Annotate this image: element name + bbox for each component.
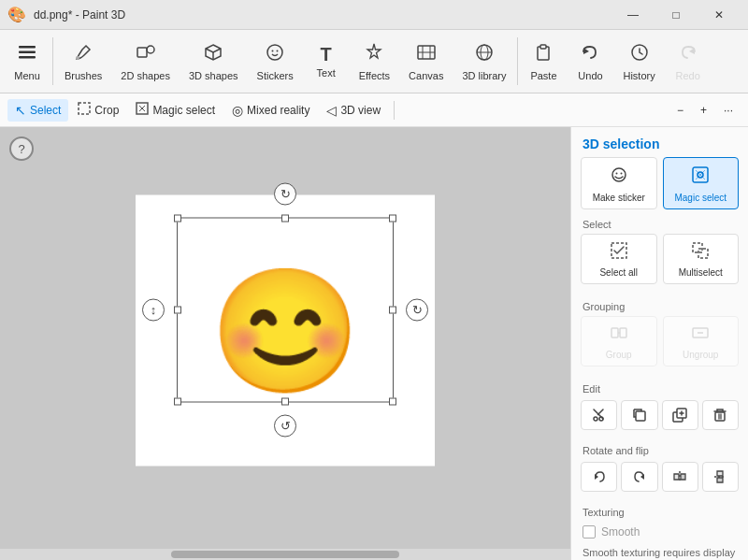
ungroup-label: Ungroup: [683, 350, 718, 360]
cut-btn[interactable]: [581, 400, 617, 430]
smooth-row: Smooth: [571, 522, 748, 542]
toolbar-history[interactable]: History: [613, 30, 664, 93]
section-grouping-label: Grouping: [571, 295, 748, 316]
paste-icon: [533, 42, 554, 66]
select-section-buttons: Select all Multiselect: [571, 234, 748, 284]
toolbar-undo[interactable]: Undo: [567, 30, 613, 93]
action-magic-select[interactable]: Magic select: [128, 98, 223, 122]
copy-btn[interactable]: [621, 400, 657, 430]
canvas-area[interactable]: ? 😊 ↻ ↺ ↕ ↻: [0, 127, 570, 560]
canvas-scrollbar[interactable]: [0, 549, 570, 560]
zoom-minus-icon: −: [677, 104, 683, 117]
rotate-left-btn[interactable]: [581, 462, 617, 492]
handle-top-mid[interactable]: [281, 214, 289, 222]
history-label: History: [623, 70, 654, 81]
app-icon: 🎨: [7, 6, 26, 23]
handle-bottom-right[interactable]: [389, 397, 396, 405]
svg-point-22: [620, 173, 622, 175]
toolbar-redo[interactable]: Redo: [665, 30, 712, 93]
toolbar-effects[interactable]: Effects: [350, 30, 399, 93]
panel-magic-select-btn[interactable]: Magic select: [663, 157, 740, 209]
toolbar-stickers[interactable]: Stickers: [248, 30, 303, 93]
group-btn[interactable]: Group: [581, 316, 657, 366]
flip-horizontal-btn[interactable]: [662, 462, 698, 492]
canvas-icon: [416, 42, 437, 66]
section-texturing-label: Texturing: [571, 501, 748, 522]
title-bar-left: 🎨 dd.png* - Paint 3D: [7, 6, 125, 23]
toolbar-divider-2: [517, 37, 518, 85]
undo-icon: [580, 42, 600, 66]
rotate-right-btn[interactable]: [621, 462, 657, 492]
svg-rect-27: [698, 249, 708, 258]
magic-select-icon: [136, 102, 149, 118]
text-label: Text: [317, 67, 336, 79]
3dshapes-label: 3D shapes: [189, 70, 238, 81]
action-mixed-reality[interactable]: ◎ Mixed reality: [224, 99, 317, 122]
rotate-handle-right[interactable]: ↻: [406, 298, 428, 321]
svg-rect-28: [611, 328, 618, 337]
handle-mid-left[interactable]: [174, 306, 181, 313]
emoji-display: 😊: [209, 269, 361, 391]
handle-top-left[interactable]: [174, 214, 181, 222]
duplicate-btn[interactable]: [662, 400, 698, 430]
stickers-label: Stickers: [257, 70, 294, 81]
svg-point-32: [599, 417, 603, 421]
minimize-button[interactable]: —: [611, 0, 654, 30]
texturing-info-text: Smooth texturing requires display qualit…: [571, 542, 748, 560]
canvas-white: 😊 ↻ ↺ ↕ ↻: [136, 194, 435, 466]
svg-rect-1: [19, 50, 36, 53]
grouping-section-buttons: Group Ungroup: [571, 316, 748, 366]
select-all-label: Select all: [599, 267, 638, 278]
panel-title: 3D selection: [571, 127, 748, 157]
crop-icon: [78, 102, 91, 118]
action-select[interactable]: ↖ Select: [7, 99, 68, 122]
action-divider-1: [394, 101, 395, 120]
select-all-btn[interactable]: Select all: [581, 234, 657, 284]
ungroup-btn[interactable]: Ungroup: [663, 316, 740, 366]
action-3d-view[interactable]: ◁ 3D view: [319, 99, 388, 122]
window-controls: — □ ✕: [611, 0, 741, 30]
stickers-icon: [265, 42, 285, 66]
handle-top-right[interactable]: [389, 214, 396, 222]
action-more[interactable]: ···: [716, 100, 741, 121]
canvas-scrollbar-thumb: [171, 551, 399, 558]
right-panel: 3D selection Make sticker: [570, 127, 748, 560]
action-magic-select-label: Magic select: [152, 104, 215, 117]
flip-vertical-btn[interactable]: [702, 462, 739, 492]
select-cursor-icon: ↖: [15, 103, 26, 118]
svg-point-7: [272, 50, 274, 51]
action-zoom-plus[interactable]: +: [693, 100, 714, 121]
text-icon: T: [321, 45, 332, 64]
handle-mid-right[interactable]: [389, 306, 396, 313]
toolbar-2dshapes[interactable]: 2D shapes: [111, 30, 180, 93]
title-bar: 🎨 dd.png* - Paint 3D — □ ✕: [0, 0, 748, 30]
toolbar-3dlibrary[interactable]: 3D library: [453, 30, 515, 93]
close-button[interactable]: ✕: [698, 0, 741, 30]
help-button[interactable]: ?: [9, 136, 34, 161]
panel-make-sticker-btn[interactable]: Make sticker: [581, 157, 657, 209]
action-crop[interactable]: Crop: [70, 98, 126, 122]
window-title: dd.png* - Paint 3D: [34, 8, 125, 22]
maximize-button[interactable]: □: [654, 0, 698, 30]
toolbar-3dshapes[interactable]: 3D shapes: [180, 30, 248, 93]
multiselect-btn[interactable]: Multiselect: [663, 234, 740, 284]
smooth-checkbox[interactable]: [583, 525, 596, 538]
section-select-label: Select: [571, 213, 748, 234]
brushes-icon: [73, 42, 94, 66]
rotate-handle-left[interactable]: ↕: [142, 298, 165, 321]
make-sticker-label: Make sticker: [593, 193, 645, 203]
handle-bottom-mid[interactable]: [281, 397, 289, 405]
delete-btn[interactable]: [702, 400, 739, 430]
3d-view-icon: ◁: [326, 103, 337, 118]
svg-rect-0: [19, 46, 36, 49]
toolbar-canvas[interactable]: Canvas: [399, 30, 453, 93]
rotate-handle-top[interactable]: ↻: [274, 182, 296, 205]
toolbar-divider-1: [52, 37, 53, 85]
toolbar-text[interactable]: T Text: [303, 30, 350, 93]
rotate-handle-bottom[interactable]: ↺: [274, 414, 296, 437]
toolbar-menu[interactable]: Menu: [4, 30, 50, 93]
handle-bottom-left[interactable]: [174, 397, 181, 405]
toolbar-brushes[interactable]: Brushes: [55, 30, 111, 93]
action-zoom-minus[interactable]: −: [669, 100, 691, 121]
toolbar-paste[interactable]: Paste: [520, 30, 567, 93]
